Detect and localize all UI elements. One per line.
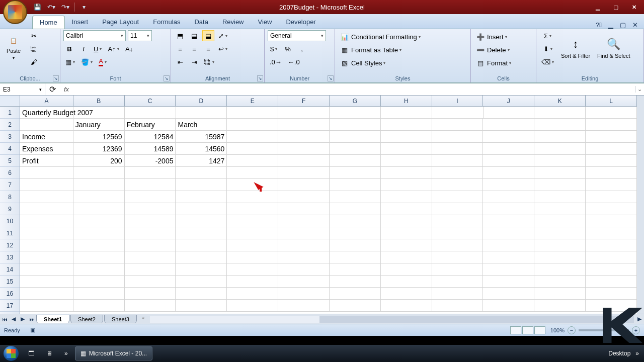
cell-G4[interactable] [330, 143, 381, 154]
cell-L7[interactable] [586, 179, 637, 191]
cell-A9[interactable] [20, 203, 73, 215]
expand-formula-bar-icon[interactable]: ⌄ [635, 86, 644, 93]
cell-D16[interactable] [176, 288, 227, 299]
cell-I12[interactable] [432, 239, 484, 251]
cell-E14[interactable] [227, 263, 278, 275]
column-header[interactable]: K [534, 96, 586, 106]
shrink-font-button[interactable]: A↓ [123, 43, 135, 54]
cell-C8[interactable] [125, 191, 176, 203]
row-header[interactable]: 5 [0, 155, 20, 167]
cell-A17[interactable] [20, 300, 73, 311]
cell-G17[interactable] [330, 300, 381, 311]
cell-K10[interactable] [534, 215, 586, 227]
sheet-nav-next[interactable]: ▶ [18, 316, 27, 322]
cell-A15[interactable] [20, 276, 73, 287]
row-header[interactable]: 10 [0, 215, 20, 227]
cancel-formula-icon[interactable]: ⟳ [45, 84, 59, 94]
cell-E12[interactable] [227, 239, 278, 251]
cell-D17[interactable] [176, 300, 227, 311]
cell-I7[interactable] [432, 179, 484, 191]
sheet-tab-sheet1[interactable]: Sheet1 [36, 315, 69, 323]
sheet-tab-sheet3[interactable]: Sheet3 [104, 315, 137, 323]
cell-D11[interactable] [176, 227, 227, 239]
cell-H13[interactable] [381, 251, 432, 263]
page-break-view-button[interactable] [534, 326, 545, 334]
column-header[interactable]: G [330, 96, 381, 106]
sort-filter-button[interactable]: ↕ Sort & Filter [559, 30, 592, 66]
cell-C14[interactable] [125, 263, 176, 275]
office-button[interactable] [3, 0, 27, 24]
cell-D8[interactable] [176, 191, 227, 203]
bold-button[interactable]: B [63, 43, 75, 54]
comma-button[interactable]: , [296, 43, 308, 54]
borders-button[interactable]: ▦ [63, 56, 77, 67]
cell-J10[interactable] [483, 215, 534, 227]
cell-E15[interactable] [227, 276, 278, 287]
cell-E4[interactable] [227, 143, 278, 154]
cell-L3[interactable] [586, 131, 637, 142]
cell-B2[interactable]: January [73, 119, 125, 130]
cell-L6[interactable] [586, 167, 637, 178]
cell-J8[interactable] [483, 191, 534, 203]
clipboard-dialog-launcher[interactable]: ↘ [53, 75, 59, 81]
cell-D9[interactable] [176, 203, 227, 215]
cell-F1[interactable] [278, 107, 330, 118]
row-header[interactable]: 17 [0, 300, 20, 312]
cell-K9[interactable] [534, 203, 586, 215]
column-header[interactable]: H [381, 96, 432, 106]
cell-B13[interactable] [73, 251, 125, 263]
cell-C3[interactable]: 12584 [125, 131, 176, 142]
cell-E16[interactable] [227, 288, 278, 299]
zoom-level[interactable]: 100% [550, 327, 565, 333]
sheet-tab-sheet2[interactable]: Sheet2 [70, 315, 103, 323]
cell-H2[interactable] [381, 119, 432, 130]
cell-L4[interactable] [586, 143, 637, 154]
autosum-button[interactable]: Σ [539, 30, 556, 41]
undo-icon[interactable]: ↶▾ [46, 2, 56, 12]
cell-H8[interactable] [381, 191, 432, 203]
cell-F16[interactable] [278, 288, 330, 299]
desktop-toolbar-label[interactable]: Desktop [608, 350, 630, 357]
cell-J2[interactable] [483, 119, 534, 130]
percent-button[interactable]: % [282, 43, 294, 54]
cell-H12[interactable] [381, 239, 432, 251]
currency-button[interactable]: $ [268, 43, 280, 54]
cell-E1[interactable] [227, 107, 278, 118]
cell-G5[interactable] [330, 155, 381, 166]
cell-E7[interactable] [227, 179, 278, 191]
cell-J1[interactable] [484, 107, 535, 118]
font-dialog-launcher[interactable]: ↘ [164, 75, 170, 81]
cell-A12[interactable] [20, 239, 73, 251]
cell-B11[interactable] [73, 227, 125, 239]
row-header[interactable]: 4 [0, 143, 20, 155]
cell-I14[interactable] [432, 263, 484, 275]
cell-H1[interactable] [381, 107, 432, 118]
cell-B7[interactable] [73, 179, 125, 191]
insert-cells-button[interactable]: ➕ Insert [474, 31, 528, 42]
fx-icon[interactable]: fx [59, 85, 73, 93]
cell-C11[interactable] [125, 227, 176, 239]
cell-H15[interactable] [381, 276, 432, 287]
row-header[interactable]: 15 [0, 276, 20, 288]
cell-H17[interactable] [381, 300, 432, 311]
cell-E3[interactable] [227, 131, 278, 142]
orientation-button[interactable]: ⤢ [216, 30, 229, 41]
cell-D2[interactable]: March [176, 119, 227, 130]
number-dialog-launcher[interactable]: ↘ [328, 75, 334, 81]
quicklaunch-explorer[interactable]: 🗔 [23, 346, 39, 360]
cell-K1[interactable] [534, 107, 586, 118]
cell-E8[interactable] [227, 191, 278, 203]
new-sheet-button[interactable]: ＊ [138, 315, 149, 323]
cell-J3[interactable] [483, 131, 534, 142]
fill-color-button[interactable]: 🪣 [79, 56, 95, 67]
cell-A10[interactable] [20, 215, 73, 227]
horizontal-scrollbar[interactable] [150, 316, 634, 323]
cell-D4[interactable]: 14560 [176, 143, 227, 154]
conditional-formatting-button[interactable]: 📊 Conditional Formatting [338, 31, 459, 42]
cell-A14[interactable] [20, 263, 73, 275]
column-header[interactable]: J [483, 96, 534, 106]
cell-E5[interactable] [227, 155, 278, 166]
cell-J6[interactable] [483, 167, 534, 178]
cell-K16[interactable] [534, 288, 586, 299]
cell-A1[interactable]: Quarterly Budget 2007 [20, 107, 73, 118]
